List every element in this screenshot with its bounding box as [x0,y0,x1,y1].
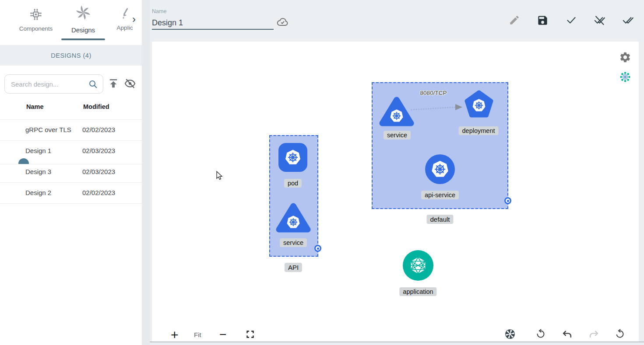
node-deployment[interactable] [464,90,494,122]
applications-icon [118,15,131,22]
designs-table-header: Name Modified [0,103,142,115]
fullscreen-icon[interactable] [246,330,255,341]
tab-applications-label: Applic [109,24,140,31]
search-input[interactable] [11,75,84,93]
fit-button[interactable]: Fit [194,331,201,338]
active-tab-underline [61,38,105,40]
group-api-resize-handle[interactable] [314,245,321,252]
search-icon[interactable] [88,79,99,90]
design-row-grpc[interactable]: gRPC over TLS 02/02/2023 [0,120,142,141]
designs-spiral-icon [73,17,93,24]
node-pod[interactable] [278,143,307,172]
design-name: gRPC over TLS [25,126,71,133]
group-default-resize-handle[interactable] [504,197,511,204]
edge-service-deployment[interactable] [408,103,469,114]
edit-icon[interactable] [509,14,520,28]
design-name: Design 2 [25,189,51,196]
zoom-in-button[interactable]: + [171,328,179,342]
canvas-bottom-divider [150,342,644,342]
tab-components-label: Components [8,25,64,32]
tab-designs-label: Designs [60,26,106,34]
kubernetes-filter-icon[interactable] [619,71,631,84]
sidebar: Components Designs [0,0,142,345]
node-application[interactable] [403,250,433,281]
search-row [0,73,142,94]
components-chip-icon [28,16,43,23]
undeploy-crossed-check-icon[interactable] [594,14,605,28]
zoom-out-button[interactable]: − [219,328,226,341]
undo-icon[interactable] [562,329,573,342]
design-name: Design 3 [25,168,51,175]
name-field-label: Name [152,8,166,14]
design-modified: 02/02/2023 [82,126,115,133]
deploy-double-check-icon[interactable] [622,14,634,28]
node-service-default-label: service [384,131,411,139]
screenshot-aperture-icon[interactable] [504,328,516,342]
upload-design-icon[interactable] [107,77,120,91]
node-deployment-label: deployment [459,126,499,135]
designs-section-header: DESIGNS (4) [0,45,142,66]
redo-icon[interactable] [588,329,599,342]
save-icon[interactable] [537,14,549,28]
edge-port-label: 8080/TCP [420,90,447,96]
search-box [4,74,103,94]
gear-icon[interactable] [619,51,631,65]
node-pod-label: pod [284,179,302,188]
node-service-api-label: service [280,238,307,247]
group-default-label: default [426,215,453,224]
tab-designs[interactable]: Designs [60,3,106,34]
design-modified: 02/03/2023 [82,147,115,154]
sidebar-tabs: Components Designs [0,0,142,42]
design-name-input[interactable] [152,17,274,30]
sidebar-scroll-gutter[interactable] [143,0,150,345]
design-modified: 02/02/2023 [82,189,115,196]
validate-check-icon[interactable] [566,14,577,28]
group-api-label: API [285,263,302,272]
design-name: Design 1 [25,147,51,154]
mouse-cursor [216,171,225,181]
hide-designs-icon[interactable] [124,77,136,91]
col-name: Name [26,103,44,110]
refresh-layout-icon[interactable] [535,329,546,341]
cloud-saved-icon [276,16,289,31]
design-row-design3[interactable]: Design 3 02/03/2023 [0,162,142,183]
design-canvas[interactable]: pod service API service 8080/TCP [152,42,639,342]
chevron-right-icon[interactable]: › [132,14,136,24]
node-application-label: application [399,287,436,296]
design-modified: 02/03/2023 [82,168,115,175]
design-row-design2[interactable]: Design 2 02/02/2023 [0,183,142,204]
meshmap-designer: Components Designs [0,0,644,345]
col-modified: Modified [83,103,109,110]
node-api-service[interactable] [425,154,455,184]
node-api-service-label: api-service [421,191,459,199]
tab-components[interactable]: Components [8,7,64,32]
history-restore-icon[interactable] [615,329,625,341]
node-service-api[interactable] [275,202,312,236]
